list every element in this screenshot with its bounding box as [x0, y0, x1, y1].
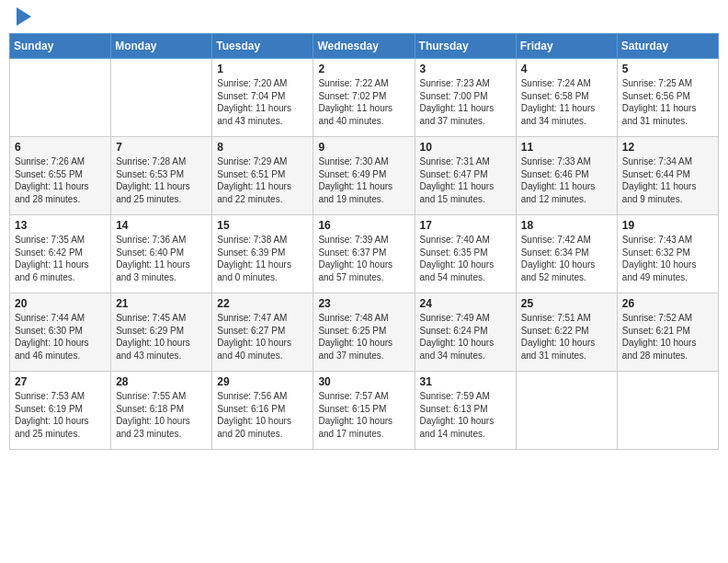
weekday-header: Sunday: [10, 34, 111, 59]
day-detail: Sunrise: 7:29 AMSunset: 6:51 PMDaylight:…: [217, 155, 308, 205]
day-detail: Sunrise: 7:40 AMSunset: 6:35 PMDaylight:…: [420, 234, 511, 283]
calendar-cell: 7Sunrise: 7:28 AMSunset: 6:53 PMDaylight…: [111, 137, 212, 215]
calendar-week-row: 6Sunrise: 7:26 AMSunset: 6:55 PMDaylight…: [10, 137, 719, 215]
calendar-cell: 30Sunrise: 7:57 AMSunset: 6:15 PMDayligh…: [313, 372, 415, 450]
day-detail: Sunrise: 7:45 AMSunset: 6:29 PMDaylight:…: [116, 312, 207, 362]
calendar-cell: [10, 59, 111, 137]
calendar-cell: 14Sunrise: 7:36 AMSunset: 6:40 PMDayligh…: [111, 215, 212, 293]
calendar-cell: 29Sunrise: 7:56 AMSunset: 6:16 PMDayligh…: [212, 372, 313, 450]
calendar-cell: 31Sunrise: 7:59 AMSunset: 6:13 PMDayligh…: [415, 372, 516, 450]
day-number: 17: [420, 219, 511, 232]
calendar-cell: [111, 59, 212, 137]
day-detail: Sunrise: 7:35 AMSunset: 6:42 PMDaylight:…: [15, 234, 106, 283]
day-detail: Sunrise: 7:26 AMSunset: 6:55 PMDaylight:…: [15, 155, 106, 205]
day-number: 28: [116, 375, 207, 388]
calendar-cell: 16Sunrise: 7:39 AMSunset: 6:37 PMDayligh…: [313, 215, 415, 293]
weekday-header: Monday: [111, 34, 212, 59]
day-number: 13: [15, 219, 106, 232]
calendar-cell: 1Sunrise: 7:20 AMSunset: 7:04 PMDaylight…: [212, 59, 313, 137]
calendar-cell: 9Sunrise: 7:30 AMSunset: 6:49 PMDaylight…: [313, 137, 415, 215]
calendar-cell: 5Sunrise: 7:25 AMSunset: 6:56 PMDaylight…: [617, 59, 718, 137]
calendar-cell: 18Sunrise: 7:42 AMSunset: 6:34 PMDayligh…: [516, 215, 617, 293]
day-detail: Sunrise: 7:23 AMSunset: 7:00 PMDaylight:…: [420, 77, 511, 127]
calendar-cell: 19Sunrise: 7:43 AMSunset: 6:32 PMDayligh…: [617, 215, 718, 293]
calendar-cell: 6Sunrise: 7:26 AMSunset: 6:55 PMDaylight…: [10, 137, 111, 215]
day-detail: Sunrise: 7:55 AMSunset: 6:18 PMDaylight:…: [116, 390, 207, 440]
day-number: 31: [420, 375, 511, 388]
day-number: 12: [622, 141, 713, 154]
weekday-header: Tuesday: [212, 34, 313, 59]
day-detail: Sunrise: 7:59 AMSunset: 6:13 PMDaylight:…: [420, 390, 511, 440]
day-number: 9: [318, 141, 409, 154]
calendar-cell: [516, 372, 617, 450]
calendar-cell: 4Sunrise: 7:24 AMSunset: 6:58 PMDaylight…: [516, 59, 617, 137]
logo-arrow-icon: [17, 7, 31, 26]
calendar-cell: [617, 372, 718, 450]
calendar-cell: 20Sunrise: 7:44 AMSunset: 6:30 PMDayligh…: [10, 293, 111, 372]
day-number: 5: [622, 63, 713, 75]
day-detail: Sunrise: 7:30 AMSunset: 6:49 PMDaylight:…: [318, 155, 409, 205]
day-detail: Sunrise: 7:43 AMSunset: 6:32 PMDaylight:…: [622, 234, 713, 283]
day-detail: Sunrise: 7:47 AMSunset: 6:27 PMDaylight:…: [217, 312, 308, 362]
day-number: 2: [318, 63, 409, 75]
calendar-cell: 3Sunrise: 7:23 AMSunset: 7:00 PMDaylight…: [415, 59, 516, 137]
calendar-header: SundayMondayTuesdayWednesdayThursdayFrid…: [10, 34, 719, 59]
calendar-table: SundayMondayTuesdayWednesdayThursdayFrid…: [9, 33, 719, 450]
day-number: 14: [116, 219, 207, 232]
calendar-cell: 8Sunrise: 7:29 AMSunset: 6:51 PMDaylight…: [212, 137, 313, 215]
day-detail: Sunrise: 7:20 AMSunset: 7:04 PMDaylight:…: [217, 77, 308, 127]
weekday-header: Thursday: [415, 34, 516, 59]
day-number: 7: [116, 141, 207, 154]
calendar-cell: 15Sunrise: 7:38 AMSunset: 6:39 PMDayligh…: [212, 215, 313, 293]
weekday-header: Friday: [516, 34, 617, 59]
day-detail: Sunrise: 7:39 AMSunset: 6:37 PMDaylight:…: [318, 234, 409, 283]
day-number: 26: [622, 297, 713, 310]
page-header: [9, 9, 719, 26]
day-detail: Sunrise: 7:38 AMSunset: 6:39 PMDaylight:…: [217, 234, 308, 283]
day-detail: Sunrise: 7:44 AMSunset: 6:30 PMDaylight:…: [15, 312, 106, 362]
day-detail: Sunrise: 7:53 AMSunset: 6:19 PMDaylight:…: [15, 390, 106, 440]
day-detail: Sunrise: 7:51 AMSunset: 6:22 PMDaylight:…: [521, 312, 612, 362]
calendar-cell: 21Sunrise: 7:45 AMSunset: 6:29 PMDayligh…: [111, 293, 212, 372]
day-number: 11: [521, 141, 612, 154]
calendar-body: 1Sunrise: 7:20 AMSunset: 7:04 PMDaylight…: [10, 59, 719, 450]
calendar-cell: 27Sunrise: 7:53 AMSunset: 6:19 PMDayligh…: [10, 372, 111, 450]
calendar-cell: 22Sunrise: 7:47 AMSunset: 6:27 PMDayligh…: [212, 293, 313, 372]
day-detail: Sunrise: 7:57 AMSunset: 6:15 PMDaylight:…: [318, 390, 409, 440]
day-number: 24: [420, 297, 511, 310]
calendar-cell: 28Sunrise: 7:55 AMSunset: 6:18 PMDayligh…: [111, 372, 212, 450]
calendar-cell: 25Sunrise: 7:51 AMSunset: 6:22 PMDayligh…: [516, 293, 617, 372]
day-detail: Sunrise: 7:33 AMSunset: 6:46 PMDaylight:…: [521, 155, 612, 205]
day-number: 25: [521, 297, 612, 310]
day-detail: Sunrise: 7:56 AMSunset: 6:16 PMDaylight:…: [217, 390, 308, 440]
day-detail: Sunrise: 7:22 AMSunset: 7:02 PMDaylight:…: [318, 77, 409, 127]
day-number: 6: [15, 141, 106, 154]
day-number: 22: [217, 297, 308, 310]
day-number: 15: [217, 219, 308, 232]
day-number: 27: [15, 375, 106, 388]
day-detail: Sunrise: 7:34 AMSunset: 6:44 PMDaylight:…: [622, 155, 713, 205]
calendar-cell: 11Sunrise: 7:33 AMSunset: 6:46 PMDayligh…: [516, 137, 617, 215]
calendar-cell: 2Sunrise: 7:22 AMSunset: 7:02 PMDaylight…: [313, 59, 415, 137]
day-detail: Sunrise: 7:31 AMSunset: 6:47 PMDaylight:…: [420, 155, 511, 205]
day-number: 16: [318, 219, 409, 232]
day-detail: Sunrise: 7:36 AMSunset: 6:40 PMDaylight:…: [116, 234, 207, 283]
day-number: 21: [116, 297, 207, 310]
calendar-cell: 12Sunrise: 7:34 AMSunset: 6:44 PMDayligh…: [617, 137, 718, 215]
calendar-cell: 13Sunrise: 7:35 AMSunset: 6:42 PMDayligh…: [10, 215, 111, 293]
day-number: 8: [217, 141, 308, 154]
calendar-week-row: 20Sunrise: 7:44 AMSunset: 6:30 PMDayligh…: [10, 293, 719, 372]
calendar-cell: 17Sunrise: 7:40 AMSunset: 6:35 PMDayligh…: [415, 215, 516, 293]
day-detail: Sunrise: 7:49 AMSunset: 6:24 PMDaylight:…: [420, 312, 511, 362]
day-detail: Sunrise: 7:52 AMSunset: 6:21 PMDaylight:…: [622, 312, 713, 362]
calendar-week-row: 27Sunrise: 7:53 AMSunset: 6:19 PMDayligh…: [10, 372, 719, 450]
calendar-cell: 26Sunrise: 7:52 AMSunset: 6:21 PMDayligh…: [617, 293, 718, 372]
day-detail: Sunrise: 7:28 AMSunset: 6:53 PMDaylight:…: [116, 155, 207, 205]
calendar-week-row: 1Sunrise: 7:20 AMSunset: 7:04 PMDaylight…: [10, 59, 719, 137]
day-detail: Sunrise: 7:48 AMSunset: 6:25 PMDaylight:…: [318, 312, 409, 362]
day-detail: Sunrise: 7:24 AMSunset: 6:58 PMDaylight:…: [521, 77, 612, 127]
day-number: 4: [521, 63, 612, 75]
day-number: 18: [521, 219, 612, 232]
day-number: 20: [15, 297, 106, 310]
weekday-header-row: SundayMondayTuesdayWednesdayThursdayFrid…: [10, 34, 719, 59]
